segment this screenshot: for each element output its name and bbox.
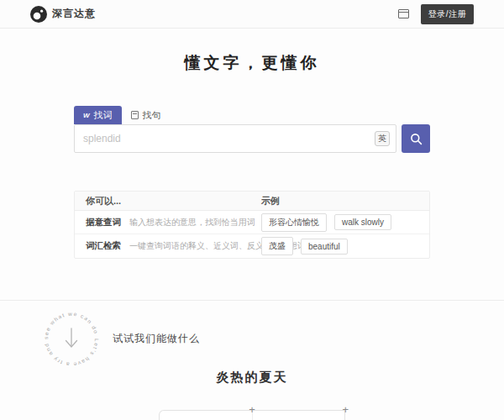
login-register-button[interactable]: 登录/注册 (421, 4, 474, 24)
plus-marker: + (249, 404, 255, 415)
search-box: 英 (74, 124, 430, 153)
table-row: 词汇检索 一键查询词语的释义、近义词、反义词、联想词等 茂盛 beautiful (75, 234, 429, 258)
brand-logo-icon (30, 6, 47, 23)
brand[interactable]: 深言达意 (30, 6, 96, 23)
example-chip[interactable]: walk slowly (334, 214, 391, 230)
example-chip[interactable]: beautiful (301, 239, 348, 255)
language-toggle[interactable]: 英 (375, 131, 390, 146)
example-chip[interactable]: 形容心情愉悦 (261, 213, 327, 232)
top-bar: 深言达意 登录/注册 (0, 0, 504, 29)
tab-find-sentences-label: 找句 (143, 109, 161, 122)
header-you-can: 你可以... (75, 195, 261, 207)
tab-find-words[interactable]: W 找词 (74, 106, 122, 124)
down-arrow-icon (66, 328, 77, 347)
search-input[interactable] (75, 133, 375, 144)
try-label: 试试我们能做什么 (113, 332, 200, 346)
table-row: 据意查词 输入想表达的意思，找到恰当用词 形容心情愉悦 walk slowly (75, 211, 429, 234)
browser-window-icon[interactable] (398, 9, 409, 18)
search-button[interactable] (402, 124, 430, 153)
feature-name: 据意查词 (86, 217, 121, 228)
example-chip[interactable]: 茂盛 (261, 237, 293, 255)
page-title: 懂文字，更懂你 (0, 52, 504, 74)
header-example: 示例 (261, 195, 429, 207)
try-section: Let's have a try and see what we can do … (44, 311, 504, 366)
brand-name: 深言达意 (52, 7, 96, 21)
search-section: W 找词 找句 英 你可以... 示例 据意查词 输入想表达的意思，找 (74, 106, 430, 259)
circular-text-arrow: Let's have a try and see what we can do (44, 311, 99, 366)
search-tabs: W 找词 找句 (74, 106, 430, 124)
tab-find-words-label: 找词 (94, 109, 113, 122)
demo-cards: + + (159, 410, 345, 420)
plus-marker: + (342, 404, 349, 415)
feature-name: 词汇检索 (86, 240, 121, 252)
feature-description: 输入想表达的意思，找到恰当用词 (129, 217, 255, 228)
document-icon (131, 111, 139, 119)
section-divider (0, 300, 504, 301)
demo-word-title: 炎热的夏天 (0, 370, 504, 386)
search-icon (410, 133, 423, 145)
tab-find-sentences[interactable]: 找句 (122, 106, 171, 124)
examples-table: 你可以... 示例 据意查词 输入想表达的意思，找到恰当用词 形容心情愉悦 wa… (74, 191, 430, 259)
wantwords-icon: W (83, 112, 90, 119)
search-input-wrap: 英 (74, 124, 396, 153)
examples-table-header: 你可以... 示例 (75, 192, 429, 211)
